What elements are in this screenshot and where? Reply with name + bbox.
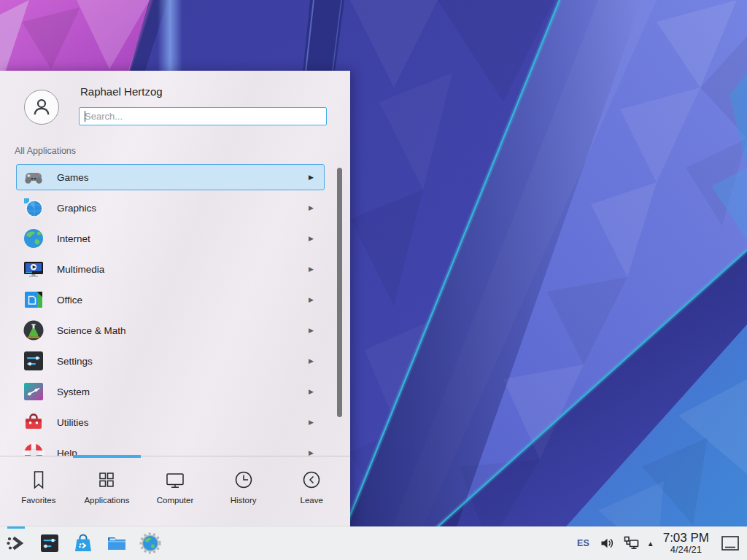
digital-clock[interactable]: 7:03 PM 4/24/21 bbox=[663, 532, 709, 555]
scrollbar-handle[interactable] bbox=[337, 168, 342, 417]
submenu-arrow-icon: ▶ bbox=[309, 204, 314, 211]
submenu-arrow-icon: ▶ bbox=[309, 296, 314, 303]
show-desktop-button[interactable] bbox=[721, 534, 740, 552]
section-label: All Applications bbox=[15, 146, 76, 156]
submenu-arrow-icon: ▶ bbox=[309, 419, 314, 426]
keyboard-layout-indicator[interactable]: ES bbox=[577, 538, 589, 548]
category-label: Multimedia bbox=[57, 264, 309, 275]
launcher-tabbar: Favorites Applications Computer History … bbox=[4, 460, 346, 526]
discover-software-center-icon bbox=[71, 532, 95, 555]
category-label: Games bbox=[57, 172, 309, 183]
user-avatar[interactable] bbox=[24, 90, 59, 125]
submenu-arrow-icon: ▶ bbox=[309, 327, 314, 334]
search-input[interactable] bbox=[79, 107, 327, 125]
tab-favorites[interactable]: Favorites bbox=[4, 460, 73, 526]
submenu-arrow-icon: ▶ bbox=[309, 174, 314, 181]
taskbar-discover-button[interactable] bbox=[69, 526, 98, 560]
category-label: System bbox=[57, 386, 309, 397]
submenu-arrow-icon: ▶ bbox=[309, 449, 314, 456]
category-label: Utilities bbox=[57, 417, 309, 428]
documents-icon bbox=[22, 288, 45, 311]
category-label: Internet bbox=[57, 233, 309, 244]
launcher-header: Raphael Hertzog bbox=[0, 71, 350, 135]
category-label: Graphics bbox=[57, 203, 309, 214]
application-launcher-menu: Raphael Hertzog All Applications Games ▶… bbox=[0, 71, 350, 526]
category-help[interactable]: Help ▶ bbox=[16, 440, 325, 456]
category-settings[interactable]: Settings ▶ bbox=[16, 348, 325, 374]
flask-icon bbox=[22, 319, 45, 342]
tab-label: Computer bbox=[157, 496, 194, 505]
leave-icon bbox=[301, 469, 322, 491]
tab-label: History bbox=[231, 496, 257, 505]
category-label: Settings bbox=[57, 356, 309, 367]
submenu-arrow-icon: ▶ bbox=[309, 235, 314, 242]
category-label: Science & Math bbox=[57, 325, 309, 336]
active-app-indicator bbox=[7, 526, 25, 529]
system-sliders-icon bbox=[22, 380, 45, 403]
category-science-math[interactable]: Science & Math ▶ bbox=[16, 317, 325, 343]
category-multimedia[interactable]: Multimedia ▶ bbox=[16, 256, 325, 282]
file-manager-folder-icon bbox=[105, 532, 128, 555]
user-icon bbox=[31, 96, 53, 118]
category-system[interactable]: System ▶ bbox=[16, 378, 325, 405]
network-icon[interactable] bbox=[623, 535, 639, 551]
text-caret bbox=[85, 111, 85, 122]
taskbar-app-icons bbox=[0, 526, 169, 560]
submenu-arrow-icon: ▶ bbox=[309, 357, 314, 365]
taskbar-launcher-button[interactable] bbox=[1, 526, 31, 560]
category-graphics[interactable]: Graphics ▶ bbox=[16, 195, 325, 221]
submenu-arrow-icon: ▶ bbox=[309, 265, 314, 273]
volume-icon[interactable] bbox=[599, 535, 615, 551]
category-games[interactable]: Games ▶ bbox=[16, 164, 325, 190]
globe-icon bbox=[22, 227, 45, 250]
clock-time: 7:03 PM bbox=[663, 532, 709, 545]
history-clock-icon bbox=[233, 469, 255, 491]
gamepad-icon bbox=[22, 166, 45, 189]
tab-label: Favorites bbox=[21, 496, 55, 505]
active-tab-indicator bbox=[73, 455, 141, 458]
media-player-icon bbox=[22, 257, 45, 281]
app-launcher-icon bbox=[4, 532, 28, 555]
toolbox-icon bbox=[22, 411, 45, 434]
lifebuoy-icon bbox=[22, 441, 45, 456]
category-utilities[interactable]: Utilities ▶ bbox=[16, 409, 325, 435]
user-name: Raphael Hertzog bbox=[80, 85, 163, 98]
bookmark-icon bbox=[28, 469, 50, 491]
tray-expand-icon[interactable]: ▲ bbox=[647, 540, 654, 548]
taskbar-web-browser-button[interactable] bbox=[136, 526, 165, 560]
tab-applications[interactable]: Applications bbox=[73, 460, 142, 526]
system-tray: ES ▲ 7:03 PM 4/24/21 bbox=[577, 526, 747, 560]
tab-history[interactable]: History bbox=[209, 460, 278, 526]
graphics-sphere-icon bbox=[22, 196, 45, 219]
tab-label: Leave bbox=[301, 496, 323, 505]
category-office[interactable]: Office ▶ bbox=[16, 287, 325, 313]
app-grid-icon bbox=[96, 469, 117, 491]
sliders-icon bbox=[22, 349, 45, 373]
clock-date: 4/24/21 bbox=[663, 545, 709, 555]
taskbar-file-manager-button[interactable] bbox=[102, 526, 131, 560]
tab-label: Applications bbox=[84, 496, 129, 505]
system-settings-icon bbox=[38, 532, 61, 555]
category-internet[interactable]: Internet ▶ bbox=[16, 225, 325, 252]
tabbar-separator bbox=[0, 456, 350, 456]
taskbar-system-settings-button[interactable] bbox=[35, 526, 64, 560]
taskbar-panel: ES ▲ 7:03 PM 4/24/21 bbox=[0, 526, 747, 560]
show-desktop-icon bbox=[721, 534, 740, 552]
tab-leave[interactable]: Leave bbox=[277, 460, 346, 526]
tab-computer[interactable]: Computer bbox=[141, 460, 209, 526]
web-browser-globe-icon bbox=[139, 532, 162, 555]
submenu-arrow-icon: ▶ bbox=[309, 388, 314, 395]
app-category-list: Games ▶ Graphics ▶ Internet ▶ Multimedia… bbox=[0, 164, 350, 456]
computer-icon bbox=[164, 469, 186, 491]
category-label: Office bbox=[57, 295, 309, 306]
